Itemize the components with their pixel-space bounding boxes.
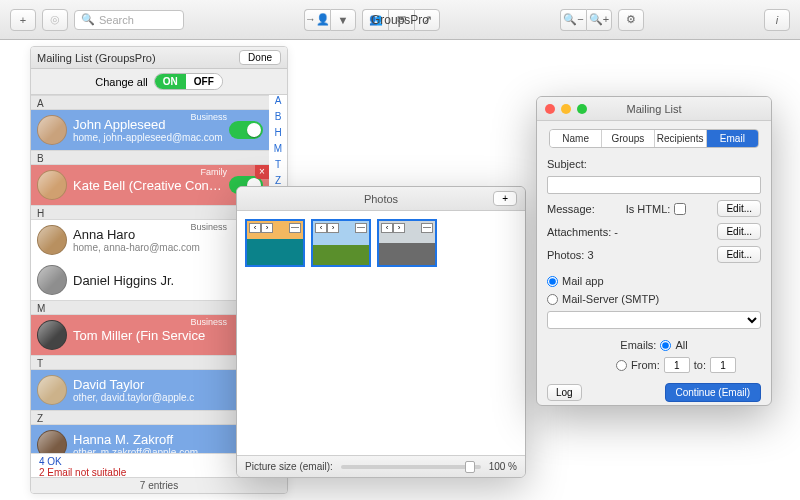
contact-row[interactable]: John Appleseedhome, john-appleseed@mac.c… xyxy=(31,110,269,150)
emails-from-radio[interactable] xyxy=(616,360,627,371)
photos-titlebar[interactable]: Photos + xyxy=(237,187,525,211)
groups-button[interactable]: 👥 xyxy=(362,9,388,31)
close-icon[interactable]: × xyxy=(255,165,269,179)
visibility-icon: ◎ xyxy=(42,9,68,31)
mailing-list-button[interactable]: ✉ xyxy=(388,9,414,31)
photo-thumb[interactable]: ‹›— xyxy=(311,219,371,267)
new-contact-button[interactable]: + xyxy=(10,9,36,31)
contact-toggle[interactable] xyxy=(229,121,263,139)
index-letter[interactable]: T xyxy=(275,159,281,175)
change-all-off[interactable]: OFF xyxy=(186,74,222,89)
picture-size-slider[interactable] xyxy=(341,465,481,469)
prev-icon[interactable]: ‹ xyxy=(381,223,393,233)
minimize-icon[interactable]: — xyxy=(355,223,367,233)
message-label: Message: xyxy=(547,203,595,215)
picture-size-label: Picture size (email): xyxy=(245,461,333,472)
emails-all-radio[interactable] xyxy=(660,340,671,351)
prev-icon[interactable]: ‹ xyxy=(315,223,327,233)
avatar xyxy=(37,320,67,350)
prev-icon[interactable]: ‹ xyxy=(249,223,261,233)
photos-window: Photos + ‹›— ‹›— ‹›— Picture size (email… xyxy=(236,186,526,478)
section-header: H xyxy=(31,205,269,220)
tab-email[interactable]: Email xyxy=(707,130,758,147)
smtp-radio[interactable] xyxy=(547,294,558,305)
edit-attachments-button[interactable]: Edit... xyxy=(717,223,761,240)
avatar xyxy=(37,115,67,145)
contact-row[interactable]: David Taylorother, david.taylor@apple.c xyxy=(31,370,269,410)
from-input[interactable] xyxy=(664,357,690,373)
filter-button[interactable]: ▼ xyxy=(330,9,356,31)
next-icon[interactable]: › xyxy=(393,223,405,233)
minimize-icon[interactable]: — xyxy=(421,223,433,233)
minimize-icon[interactable]: — xyxy=(289,223,301,233)
done-button[interactable]: Done xyxy=(239,50,281,65)
change-all-on[interactable]: ON xyxy=(155,74,186,89)
close-window-icon[interactable] xyxy=(545,104,555,114)
attachments-label: Attachments: xyxy=(547,226,611,238)
mail-app-label: Mail app xyxy=(562,275,604,287)
tab-recipients[interactable]: Recipients xyxy=(655,130,707,147)
contact-row[interactable]: Tom Miller (Fin Service Business xyxy=(31,315,269,355)
next-icon[interactable]: › xyxy=(261,223,273,233)
contact-name: David Taylor xyxy=(73,377,263,392)
section-header: Z xyxy=(31,410,269,425)
settings-button[interactable]: ⚙ xyxy=(618,9,644,31)
contact-row[interactable]: Hanna M. Zakroffother, m.zakroff@apple.c… xyxy=(31,425,269,453)
index-letter[interactable]: B xyxy=(275,111,282,127)
mail-app-radio[interactable] xyxy=(547,276,558,287)
to-input[interactable] xyxy=(710,357,736,373)
photos-value: 3 xyxy=(587,249,593,261)
change-all-bar: Change all ON OFF xyxy=(31,69,287,95)
contact-name: Anna Haro xyxy=(73,227,263,242)
index-letter[interactable]: A xyxy=(275,95,282,111)
change-all-label: Change all xyxy=(95,76,148,88)
zoom-window-icon[interactable] xyxy=(577,104,587,114)
contact-row[interactable]: Kate Bell (Creative Consult Family × xyxy=(31,165,269,205)
entry-count: 7 entries xyxy=(31,477,287,493)
subject-label: Subject: xyxy=(547,158,605,170)
assign-button[interactable]: →👤 xyxy=(304,9,330,31)
section-header: M xyxy=(31,300,269,315)
change-all-toggle[interactable]: ON OFF xyxy=(154,73,223,90)
zoom-in-button[interactable]: 🔍+ xyxy=(586,9,612,31)
next-icon[interactable]: › xyxy=(327,223,339,233)
from-label: From: xyxy=(631,359,660,371)
edit-photos-button[interactable]: Edit... xyxy=(717,246,761,263)
contact-tag: Business xyxy=(190,222,227,232)
log-button[interactable]: Log xyxy=(547,384,582,401)
attachments-value: - xyxy=(614,226,618,238)
zoom-out-button[interactable]: 🔍− xyxy=(560,9,586,31)
search-input[interactable]: 🔍 Search xyxy=(74,10,184,30)
mailing-dialog-titlebar[interactable]: Mailing List xyxy=(537,97,771,121)
dialog-tabs: Name Groups Recipients Email xyxy=(549,129,759,148)
avatar xyxy=(37,170,67,200)
picture-size-value: 100 % xyxy=(489,461,517,472)
photo-thumb[interactable]: ‹›— xyxy=(245,219,305,267)
contact-sub: other, david.taylor@apple.c xyxy=(73,392,263,403)
emails-label: Emails: xyxy=(620,339,656,351)
contact-tag: Business xyxy=(190,317,227,327)
contact-row[interactable]: Anna Harohome, anna-haro@mac.com Busines… xyxy=(31,220,269,260)
edit-message-button[interactable]: Edit... xyxy=(717,200,761,217)
tab-name[interactable]: Name xyxy=(550,130,602,147)
photo-thumb[interactable]: ‹›— xyxy=(377,219,437,267)
window-controls[interactable] xyxy=(545,104,587,114)
minimize-window-icon[interactable] xyxy=(561,104,571,114)
subject-input[interactable] xyxy=(547,176,761,194)
contact-row[interactable]: Daniel Higgins Jr. xyxy=(31,260,269,300)
index-letter[interactable]: M xyxy=(274,143,282,159)
index-letter[interactable]: H xyxy=(274,127,281,143)
continue-button[interactable]: Continue (Email) xyxy=(665,383,761,402)
info-button[interactable]: i xyxy=(764,9,790,31)
add-photo-button[interactable]: + xyxy=(493,191,517,206)
export-button[interactable]: ↗ xyxy=(414,9,440,31)
section-header: T xyxy=(31,355,269,370)
contact-name: Kate Bell (Creative Consult xyxy=(73,178,223,193)
tab-groups[interactable]: Groups xyxy=(602,130,654,147)
is-html-label: Is HTML: xyxy=(626,203,671,215)
mailing-list-title: Mailing List (GroupsPro) xyxy=(37,52,156,64)
is-html-checkbox[interactable] xyxy=(674,203,686,215)
contacts-list: A John Appleseedhome, john-appleseed@mac… xyxy=(31,95,269,453)
section-header: A xyxy=(31,95,269,110)
smtp-select[interactable] xyxy=(547,311,761,329)
